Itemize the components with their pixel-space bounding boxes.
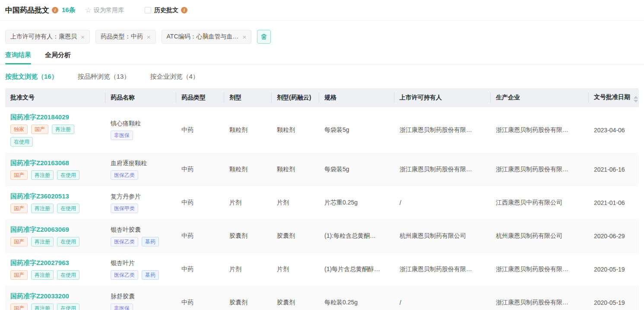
drug-name-tags: 医保甲类 [111, 201, 171, 213]
approval-date-cell: 2021-01-06 [589, 186, 639, 220]
spec-cell: 每袋装5g [319, 153, 394, 186]
subtab-by-approval[interactable]: 按批文浏览（16） [5, 73, 58, 81]
filter-tag-0[interactable]: 上市许可持有人：康恩贝× [5, 30, 90, 44]
tag-badge-teal: 再注册 [31, 237, 54, 246]
holder-cell: / [394, 286, 491, 310]
approval-no-cell: 国药准字Z20033200国产再注册在使用 [5, 286, 105, 310]
dosage-form-cell: 片剂 [224, 186, 272, 220]
dosage-form-yry-cell: 片剂 [272, 253, 319, 286]
approval-date-cell: 2023-04-06 [589, 107, 639, 153]
tag-badge-purple: 医保乙类 [111, 237, 138, 246]
info-icon[interactable]: i [181, 7, 187, 13]
approval-date-cell: 2020-06-29 [589, 220, 639, 253]
dosage-form-yry-cell: 颗粒剂 [272, 107, 319, 153]
clear-filters-button[interactable] [257, 30, 271, 44]
spec-cell: 片芯重0.25g [319, 186, 394, 220]
tag-badge-orange: 国产 [31, 125, 48, 134]
approval-no-cell: 国药准字Z20184029独家国产再注册在使用 [5, 107, 105, 153]
column-header-label: 剂型 [229, 94, 241, 101]
filter-tag-2[interactable]: ATC编码：心脑血管与血…× [162, 30, 252, 44]
tab-global-analysis[interactable]: 全局分析 [45, 51, 71, 64]
table-row: 国药准字Z20033200国产再注册在使用脉舒胶囊非医保中药胶囊剂胶囊剂每粒装0… [5, 286, 639, 310]
tag-badge-teal: 再注册 [52, 125, 74, 134]
close-icon[interactable]: × [147, 33, 151, 41]
approval-number-link[interactable]: 国药准字Z20063069 [10, 226, 100, 234]
spec-cell: 每粒装0.25g [319, 286, 394, 310]
tag-badge-teal: 在使用 [10, 137, 33, 147]
drug-type-cell: 中药 [176, 107, 224, 153]
dosage-form-yry-cell: 胶囊剂 [272, 220, 319, 253]
drug-name-tags: 医保乙类基药 [111, 234, 171, 246]
drug-type-cell: 中药 [176, 286, 224, 310]
approval-tags: 国产再注册在使用 [10, 300, 100, 310]
filter-tag-1[interactable]: 药品类型：中药× [95, 30, 156, 44]
tag-badge-orange: 独家 [10, 125, 28, 134]
results-table-wrap: 批准文号药品名称药品类型剂型剂型(药融云)规格上市许可持有人生产企业文号批准日期… [5, 88, 639, 310]
column-header-label: 规格 [324, 94, 336, 101]
column-header-label: 生产企业 [496, 94, 520, 101]
filter-tag-label: ATC编码：心脑血管与血… [167, 33, 239, 41]
tab-query-results[interactable]: 查询结果 [5, 51, 31, 64]
tag-badge-teal: 在使用 [57, 237, 79, 246]
tag-badge-teal: 再注册 [31, 270, 54, 280]
close-icon[interactable]: × [81, 33, 85, 41]
manufacturer-cell: 浙江康恩贝制药股份有限… [491, 286, 589, 310]
dosage-form-yry-cell: 胶囊剂 [272, 286, 319, 310]
approvals-table: 批准文号药品名称药品类型剂型剂型(药融云)规格上市许可持有人生产企业文号批准日期… [5, 88, 639, 310]
page-header: 中国药品批文 i 16条 ☆ 设为常用库 历史批文 i [0, 0, 644, 21]
tag-badge-purple: 非医保 [111, 304, 133, 310]
drug-name: 复方丹参片 [111, 193, 171, 201]
approval-date-cell: 2020-05-19 [589, 286, 639, 310]
column-header-4: 剂型(药融云) [272, 88, 319, 107]
close-icon[interactable]: × [243, 33, 247, 41]
tag-badge-purple: 医保乙类 [111, 170, 138, 180]
filter-bar: 上市许可持有人：康恩贝×药品类型：中药×ATC编码：心脑血管与血…× [0, 21, 644, 44]
drug-name-tags: 非医保 [111, 128, 171, 140]
subtab-by-enterprise[interactable]: 按企业浏览（4） [150, 73, 199, 81]
holder-cell: 杭州康恩贝制药有限公司 [394, 220, 491, 253]
approval-number-link[interactable]: 国药准字Z20033200 [10, 292, 100, 300]
filter-tag-label: 药品类型：中药 [101, 33, 143, 41]
sort-icon[interactable] [634, 96, 638, 102]
table-row: 国药准字Z20027963国产再注册在使用银杏叶片医保乙类基药中药片剂片剂(1)… [5, 253, 639, 286]
drug-name-cell: 复方丹参片医保甲类 [105, 186, 176, 220]
approval-no-cell: 国药准字Z20027963国产再注册在使用 [5, 253, 105, 286]
holder-cell: 浙江康恩贝制药股份有限… [394, 107, 491, 153]
info-icon[interactable]: i [52, 7, 58, 13]
tag-badge-orange: 国产 [10, 304, 28, 310]
drug-name: 镇心痛颗粒 [111, 120, 171, 128]
tag-badge-teal: 在使用 [57, 304, 79, 310]
dosage-form-cell: 颗粒剂 [224, 153, 272, 186]
history-checkbox[interactable] [145, 7, 151, 13]
drug-name-tags: 非医保 [111, 300, 171, 310]
holder-cell: 浙江康恩贝制药股份有限… [394, 153, 491, 186]
approval-number-link[interactable]: 国药准字Z20027963 [10, 259, 100, 267]
column-header-label: 药品名称 [111, 94, 135, 101]
approval-date-cell: 2020-05-19 [589, 253, 639, 286]
drug-name-tags: 医保乙类基药 [111, 267, 171, 280]
drug-type-cell: 中药 [176, 220, 224, 253]
approval-tags: 国产再注册在使用 [10, 167, 100, 180]
result-count: 16条 [62, 6, 76, 14]
drug-name-tags: 医保乙类 [111, 167, 171, 180]
filter-tag-label: 上市许可持有人：康恩贝 [10, 33, 77, 41]
drug-type-cell: 中药 [176, 253, 224, 286]
set-favorite-library[interactable]: ☆ 设为常用库 [85, 6, 124, 14]
sort-desc-icon [634, 100, 638, 102]
tag-badge-teal: 再注册 [31, 304, 54, 310]
table-row: 国药准字Z20184029独家国产再注册在使用镇心痛颗粒非医保中药颗粒剂颗粒剂每… [5, 107, 639, 153]
table-row: 国药准字Z36020513国产再注册在使用复方丹参片医保甲类中药片剂片剂片芯重0… [5, 186, 639, 220]
column-header-8[interactable]: 文号批准日期 [589, 88, 639, 107]
column-header-label: 文号批准日期 [594, 93, 630, 100]
approval-number-link[interactable]: 国药准字Z20163068 [10, 159, 100, 167]
manufacturer-cell: 浙江康恩贝制药股份有限… [491, 153, 589, 186]
subtab-by-variety[interactable]: 按品种浏览（13） [78, 73, 130, 81]
tag-badge-orange: 国产 [10, 270, 28, 280]
page-title: 中国药品批文 [5, 5, 49, 15]
holder-cell: / [394, 186, 491, 220]
approval-number-link[interactable]: 国药准字Z36020513 [10, 192, 100, 201]
approval-number-link[interactable]: 国药准字Z20184029 [10, 113, 100, 121]
drug-name: 脉舒胶囊 [111, 293, 171, 300]
drug-name-cell: 脉舒胶囊非医保 [105, 286, 176, 310]
tag-badge-teal: 再注册 [31, 204, 54, 213]
